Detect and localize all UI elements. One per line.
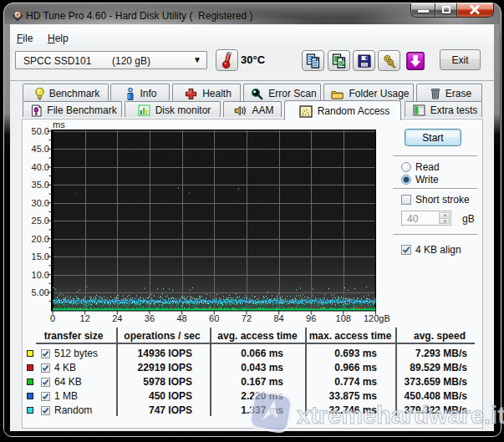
svg-text:108: 108 xyxy=(336,313,351,323)
svg-text:ms: ms xyxy=(53,119,65,130)
svg-text:5.00: 5.00 xyxy=(32,287,49,297)
svg-text:40.0: 40.0 xyxy=(32,162,49,172)
svg-text:60: 60 xyxy=(209,313,219,323)
svg-text:120gB: 120gB xyxy=(364,313,390,323)
svg-text:50.0: 50.0 xyxy=(32,126,49,136)
svg-text:25.0: 25.0 xyxy=(32,216,49,226)
svg-text:36: 36 xyxy=(145,313,155,323)
svg-text:30.0: 30.0 xyxy=(32,198,49,208)
svg-text:48: 48 xyxy=(176,313,186,323)
svg-text:84: 84 xyxy=(273,313,283,323)
svg-text:10.0: 10.0 xyxy=(32,270,49,280)
svg-text:45.0: 45.0 xyxy=(32,144,49,154)
svg-text:35.0: 35.0 xyxy=(32,180,49,190)
svg-text:0: 0 xyxy=(50,313,55,323)
svg-text:96: 96 xyxy=(306,313,316,323)
svg-text:72: 72 xyxy=(242,313,252,323)
svg-text:15.0: 15.0 xyxy=(32,251,49,262)
svg-text:24: 24 xyxy=(112,313,122,323)
svg-text:20.0: 20.0 xyxy=(32,234,49,244)
svg-text:12: 12 xyxy=(80,313,90,323)
